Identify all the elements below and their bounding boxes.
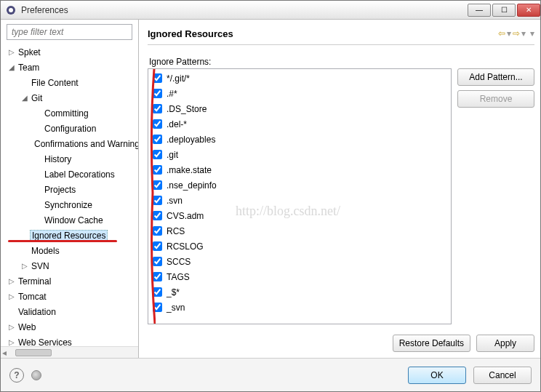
list-item[interactable]: .git — [153, 147, 451, 162]
sidebar: ▷Spket◢TeamFile Content◢GitCommittingCon… — [1, 20, 139, 358]
tree-item-label: Confirmations and Warnings — [33, 139, 138, 149]
pattern-checkbox[interactable] — [153, 257, 162, 266]
tree-item-label: Label Decorations — [43, 169, 116, 180]
pattern-label: */.git/* — [167, 73, 190, 84]
pattern-label: TAGS — [167, 272, 190, 282]
pattern-checkbox[interactable] — [153, 165, 162, 175]
pattern-label: .make.state — [167, 165, 212, 175]
add-pattern-button[interactable]: Add Pattern... — [457, 68, 534, 86]
tree-item[interactable]: Confirmations and Warnings — [1, 136, 138, 151]
tree-item[interactable]: File Content — [1, 75, 138, 90]
pattern-checkbox[interactable] — [153, 226, 162, 236]
twisty-icon[interactable]: ▷ — [7, 338, 17, 346]
tree-item[interactable]: History — [1, 151, 138, 167]
pattern-checkbox[interactable] — [153, 104, 162, 113]
list-item[interactable]: .svn — [153, 193, 451, 208]
pattern-checkbox[interactable] — [153, 89, 162, 98]
twisty-icon[interactable]: ◢ — [7, 63, 17, 71]
tree-item[interactable]: Models — [1, 243, 138, 258]
pattern-checkbox[interactable] — [153, 272, 162, 281]
tree-item[interactable]: ▷SVN — [1, 258, 138, 273]
pattern-checkbox[interactable] — [153, 73, 162, 83]
tree-item[interactable]: Validation — [1, 304, 138, 319]
restore-defaults-button[interactable]: Restore Defaults — [393, 335, 470, 352]
tree-item-label: Git — [30, 93, 44, 103]
pattern-label: .git — [167, 150, 178, 160]
list-item[interactable]: .#* — [153, 86, 451, 101]
tree-item[interactable]: Projects — [1, 182, 138, 197]
list-item[interactable]: _$* — [153, 284, 451, 300]
pattern-label: .deployables — [167, 135, 215, 145]
twisty-icon[interactable]: ▷ — [7, 323, 17, 331]
tree-item-label: SVN — [30, 261, 51, 271]
list-item[interactable]: SCCS — [153, 254, 451, 269]
tree-item[interactable]: Configuration — [1, 121, 138, 136]
list-item[interactable]: RCS — [153, 223, 451, 239]
page-title: Ignored Resources — [148, 28, 498, 39]
cancel-button[interactable]: Cancel — [473, 367, 532, 384]
tree-item-label: Window Cache — [43, 215, 105, 225]
tree-item-label: Synchronize — [43, 200, 94, 210]
twisty-icon[interactable]: ▷ — [7, 292, 17, 300]
tree-item-label: Configuration — [43, 124, 97, 134]
svg-point-1 — [9, 8, 13, 12]
pattern-label: .DS_Store — [167, 104, 207, 114]
list-item[interactable]: RCSLOG — [153, 239, 451, 254]
window-buttons: — ☐ ✕ — [466, 4, 540, 17]
close-button[interactable]: ✕ — [517, 4, 540, 17]
list-item[interactable]: */.git/* — [153, 71, 451, 86]
tree-item[interactable]: ▷Terminal — [1, 273, 138, 289]
preference-tree[interactable]: ▷Spket◢TeamFile Content◢GitCommittingCon… — [1, 43, 138, 346]
list-item[interactable]: .deployables — [153, 132, 451, 147]
maximize-button[interactable]: ☐ — [492, 4, 516, 17]
remove-button[interactable]: Remove — [457, 90, 534, 108]
tree-item[interactable]: Window Cache — [1, 212, 138, 228]
back-icon[interactable]: ⇦ — [498, 28, 505, 39]
tree-item[interactable]: Committing — [1, 105, 138, 121]
ignore-patterns-list[interactable]: http://blog.csdn.net/ */.git/*.#*.DS_Sto… — [148, 68, 452, 324]
tree-item[interactable]: ▷Web Services — [1, 335, 138, 346]
list-item[interactable]: _svn — [153, 300, 451, 315]
tree-item[interactable]: ▷Spket — [1, 44, 138, 60]
twisty-icon[interactable]: ▷ — [7, 277, 17, 285]
help-icon[interactable]: ? — [9, 368, 24, 383]
forward-icon[interactable]: ⇨ — [513, 28, 520, 39]
pattern-checkbox[interactable] — [153, 287, 162, 297]
tree-item[interactable]: ◢Team — [1, 60, 138, 75]
pattern-checkbox[interactable] — [153, 196, 162, 205]
twisty-icon[interactable]: ▷ — [7, 48, 17, 56]
pattern-checkbox[interactable] — [153, 211, 162, 220]
twisty-icon[interactable]: ▷ — [20, 262, 30, 270]
list-item[interactable]: CVS.adm — [153, 208, 451, 223]
pattern-checkbox[interactable] — [153, 135, 162, 144]
apply-button[interactable]: Apply — [476, 335, 534, 352]
pattern-checkbox[interactable] — [153, 303, 162, 312]
filter-input[interactable] — [7, 24, 132, 40]
menu-icon[interactable]: ▾ — [530, 28, 534, 39]
list-item[interactable]: .nse_depinfo — [153, 177, 451, 193]
tree-item-label: File Content — [30, 78, 80, 88]
twisty-icon[interactable]: ◢ — [20, 94, 30, 102]
minimize-button[interactable]: — — [468, 4, 491, 17]
ok-button[interactable]: OK — [408, 367, 466, 384]
tree-item[interactable]: ▷Tomcat — [1, 289, 138, 304]
tree-item-label: Spket — [17, 47, 42, 57]
list-item[interactable]: .del-* — [153, 116, 451, 132]
list-item[interactable]: .DS_Store — [153, 101, 451, 116]
pattern-checkbox[interactable] — [153, 119, 162, 129]
pattern-checkbox[interactable] — [153, 150, 162, 159]
pattern-label: _$* — [167, 287, 180, 297]
pattern-checkbox[interactable] — [153, 241, 162, 251]
pattern-label: .#* — [167, 89, 177, 99]
status-icon — [31, 370, 41, 380]
list-item[interactable]: .make.state — [153, 162, 451, 177]
pattern-checkbox[interactable] — [153, 180, 162, 190]
tree-item[interactable]: ◢Git — [1, 90, 138, 105]
list-item[interactable]: TAGS — [153, 269, 451, 284]
tree-item[interactable]: ▷Web — [1, 319, 138, 335]
sidebar-hscroll[interactable]: ◂ — [1, 346, 138, 358]
nav-arrows: ⇦▾ ⇨▾ ▾ — [498, 28, 534, 39]
pattern-label: .nse_depinfo — [167, 180, 217, 191]
tree-item[interactable]: Synchronize — [1, 197, 138, 212]
tree-item[interactable]: Label Decorations — [1, 167, 138, 182]
